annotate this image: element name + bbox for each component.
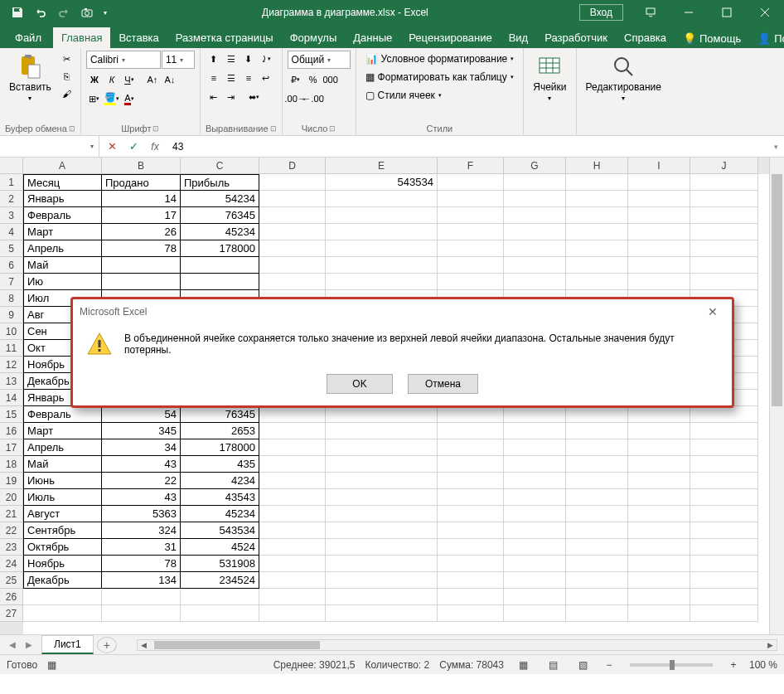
- tab-layout[interactable]: Разметка страницы: [167, 27, 282, 48]
- cell[interactable]: [259, 506, 326, 522]
- merge-button[interactable]: ⬌▾: [240, 89, 269, 105]
- cell[interactable]: [259, 539, 326, 556]
- decrease-font-icon[interactable]: A↓: [162, 71, 178, 88]
- cell[interactable]: [628, 257, 690, 274]
- row-header[interactable]: 21: [0, 506, 23, 522]
- cell[interactable]: [259, 423, 326, 439]
- cell[interactable]: Февраль: [23, 406, 102, 423]
- cell[interactable]: [504, 456, 566, 473]
- cell[interactable]: [566, 240, 628, 257]
- cell[interactable]: 4524: [181, 539, 259, 556]
- format-painter-icon[interactable]: 🖌: [59, 85, 75, 102]
- cell[interactable]: 531908: [181, 556, 259, 572]
- align-top-icon[interactable]: ⬆: [206, 51, 222, 67]
- cell[interactable]: 54234: [181, 191, 259, 207]
- row-header[interactable]: 18: [0, 456, 23, 473]
- tab-home[interactable]: Главная: [53, 27, 110, 48]
- cell[interactable]: [690, 207, 758, 224]
- cell[interactable]: [628, 489, 690, 506]
- format-table-button[interactable]: ▦Форматировать как таблицу▾: [361, 69, 519, 85]
- cell-styles-button[interactable]: ▢Стили ячеек▾: [361, 87, 519, 104]
- cell[interactable]: 178000: [181, 240, 259, 257]
- align-center-icon[interactable]: ☰: [223, 70, 240, 86]
- cell[interactable]: [628, 589, 690, 605]
- cell[interactable]: [438, 473, 504, 489]
- tab-file[interactable]: Файл: [3, 27, 53, 48]
- cell[interactable]: [504, 406, 566, 423]
- cell[interactable]: [690, 539, 758, 556]
- cell[interactable]: [690, 473, 758, 489]
- cell[interactable]: 43: [102, 489, 181, 506]
- cell[interactable]: [566, 207, 628, 224]
- cell[interactable]: 76345: [181, 207, 259, 224]
- row-header[interactable]: 26: [0, 589, 23, 605]
- cell[interactable]: Февраль: [23, 207, 102, 224]
- align-bottom-icon[interactable]: ⬇: [240, 51, 257, 67]
- column-header[interactable]: A: [23, 158, 102, 174]
- cell[interactable]: [566, 406, 628, 423]
- column-header[interactable]: B: [102, 158, 181, 174]
- currency-icon[interactable]: ₽▾: [288, 71, 304, 88]
- cell[interactable]: [438, 191, 504, 207]
- cell[interactable]: [326, 589, 438, 605]
- cell[interactable]: [504, 174, 566, 191]
- cell[interactable]: [326, 456, 438, 473]
- tab-formulas[interactable]: Формулы: [282, 27, 346, 48]
- row-header[interactable]: 16: [0, 423, 23, 439]
- name-box[interactable]: ▾: [0, 136, 99, 157]
- font-color-button[interactable]: A▾: [121, 90, 138, 107]
- cell[interactable]: [438, 489, 504, 506]
- cell[interactable]: [690, 257, 758, 274]
- cell[interactable]: [438, 605, 504, 622]
- cell[interactable]: 5363: [102, 506, 181, 522]
- zoom-in-button[interactable]: +: [728, 659, 739, 671]
- cell[interactable]: [504, 589, 566, 605]
- cell[interactable]: [259, 191, 326, 207]
- login-button[interactable]: Вход: [579, 4, 623, 21]
- cell[interactable]: Май: [23, 257, 102, 274]
- cell[interactable]: [259, 572, 326, 589]
- cell[interactable]: [438, 207, 504, 224]
- cell[interactable]: [504, 473, 566, 489]
- cell[interactable]: [504, 274, 566, 290]
- zoom-out-button[interactable]: −: [603, 659, 615, 671]
- cell[interactable]: [326, 506, 438, 522]
- undo-icon[interactable]: [30, 2, 51, 23]
- cell[interactable]: [566, 473, 628, 489]
- row-header[interactable]: 4: [0, 224, 23, 240]
- ribbon-options-icon[interactable]: [632, 0, 670, 25]
- bold-button[interactable]: Ж: [86, 71, 103, 88]
- cell[interactable]: [690, 456, 758, 473]
- cell[interactable]: [566, 572, 628, 589]
- cell[interactable]: [504, 224, 566, 240]
- cell[interactable]: [259, 174, 326, 191]
- cell[interactable]: [566, 174, 628, 191]
- cell[interactable]: [438, 174, 504, 191]
- cell[interactable]: [259, 439, 326, 456]
- cell[interactable]: [628, 556, 690, 572]
- share-button[interactable]: 👤Поделиться: [749, 29, 784, 48]
- cell[interactable]: [438, 556, 504, 572]
- cell[interactable]: [438, 406, 504, 423]
- save-icon[interactable]: [7, 2, 28, 23]
- row-header[interactable]: 5: [0, 240, 23, 257]
- fx-icon[interactable]: fx: [146, 138, 164, 156]
- cell[interactable]: [690, 589, 758, 605]
- cell[interactable]: 178000: [181, 439, 259, 456]
- cell[interactable]: [504, 522, 566, 539]
- cell[interactable]: [690, 522, 758, 539]
- cell[interactable]: [690, 489, 758, 506]
- cell[interactable]: [438, 439, 504, 456]
- cell[interactable]: [181, 257, 259, 274]
- row-header[interactable]: 15: [0, 406, 23, 423]
- hscroll-left-icon[interactable]: ◀: [138, 640, 151, 650]
- wrap-text-icon[interactable]: ↩: [258, 70, 274, 86]
- hscroll-right-icon[interactable]: ▶: [763, 640, 777, 650]
- font-name-combo[interactable]: Calibri▾: [86, 51, 161, 69]
- cell[interactable]: [259, 406, 326, 423]
- cell[interactable]: Месяц: [23, 174, 102, 191]
- row-header[interactable]: 27: [0, 605, 23, 622]
- cell[interactable]: [628, 274, 690, 290]
- cell[interactable]: [438, 589, 504, 605]
- cell[interactable]: [566, 522, 628, 539]
